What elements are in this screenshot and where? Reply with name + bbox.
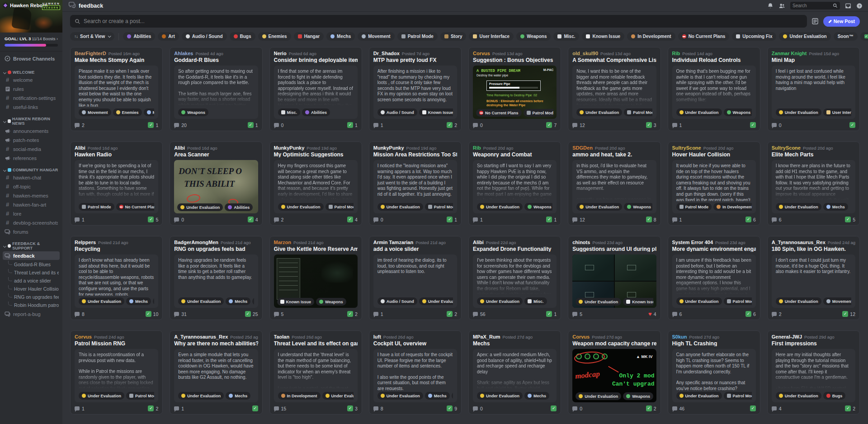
- reaction-check[interactable]: ✓2: [447, 311, 457, 317]
- post-author[interactable]: MunkyPunky: [373, 145, 404, 151]
- post-author[interactable]: S0kun: [672, 334, 687, 339]
- post-card[interactable]: MunkyPunkyPosted 19d agoMission Area Res…: [369, 141, 462, 226]
- sort-and-view-button[interactable]: ↑↓Sort & View: [70, 32, 114, 41]
- reaction-check[interactable]: ✓: [252, 405, 258, 411]
- post-author[interactable]: Ahlakes: [174, 51, 193, 56]
- post-card[interactable]: MunkyPunkyPosted 19d agoMy Optimistic Su…: [269, 141, 362, 226]
- post-card[interactable]: TaolanPosted 26d agoThreat Level and its…: [269, 330, 362, 415]
- post-card[interactable]: Zanmar KnightPosted 15d agoMini MapI fee…: [767, 47, 860, 131]
- top-search-input[interactable]: Search: [790, 2, 840, 9]
- reaction-check[interactable]: ✓8: [646, 217, 656, 222]
- post-author[interactable]: Nerio: [274, 51, 287, 56]
- reaction-check[interactable]: ✓2: [148, 405, 158, 411]
- filter-pill-movement[interactable]: Movement: [358, 32, 394, 41]
- reaction-check[interactable]: ✓1: [248, 122, 258, 128]
- post-author[interactable]: Rib: [473, 145, 481, 151]
- post-card[interactable]: CorvusPosted 13d agoSuggestion : Bonus O…: [468, 47, 561, 131]
- post-card[interactable]: SultrySconePosted 20d agoHover Hauler Co…: [668, 141, 760, 226]
- post-author[interactable]: Alibi: [473, 240, 484, 245]
- channel-patch-notes[interactable]: patch-notes: [3, 136, 60, 144]
- browse-channels-button[interactable]: Browse Channels: [0, 52, 62, 65]
- filter-pill-story[interactable]: Story: [440, 32, 467, 41]
- reaction-check[interactable]: ✓: [750, 405, 756, 411]
- reaction-check[interactable]: ✓1: [347, 122, 358, 128]
- post-card[interactable]: General-JWJPosted 29d agoFirst impressio…: [767, 330, 860, 415]
- view-options-button[interactable]: [811, 18, 819, 25]
- post-author[interactable]: Alibi: [75, 145, 85, 151]
- filter-pill-soon[interactable]: Soon™: [834, 32, 858, 41]
- post-author[interactable]: SultryScone: [672, 145, 701, 151]
- post-author[interactable]: Corvus: [75, 334, 92, 339]
- channel-hawken-fan-art[interactable]: #hawken-fan-art: [3, 200, 60, 209]
- new-post-button[interactable]: New Post: [823, 16, 860, 27]
- reaction-check[interactable]: ✓5: [845, 217, 855, 222]
- channel-hawken-chat[interactable]: #hawken-chat: [3, 173, 60, 182]
- filter-pill-done[interactable]: ✓Done: [860, 32, 868, 41]
- filter-pill-audio-sound[interactable]: Audio / Sound: [182, 32, 227, 41]
- post-card[interactable]: RelppersPosted 21d agoRecyclingI don't k…: [70, 236, 163, 320]
- filter-pill-art[interactable]: Art: [158, 32, 179, 41]
- section-header-hawken-reborn-news[interactable]: HAWKEN REBORN NEWS: [4, 117, 59, 126]
- post-card[interactable]: CorvusPosted 27d agoWeapon mod capacity …: [568, 330, 660, 415]
- post-card[interactable]: MarzonPosted 21d agoGive the Kettle More…: [269, 236, 362, 320]
- post-author[interactable]: Corvus: [572, 334, 590, 339]
- reaction-check[interactable]: ✓2: [447, 122, 457, 128]
- reaction-check[interactable]: ✓: [750, 122, 756, 128]
- post-card[interactable]: AhlakesPosted 4d agoGoddard-R BluesSo af…: [170, 47, 262, 131]
- channel-notification-settings[interactable]: #notification-settings: [3, 94, 60, 102]
- filter-pill-abilities[interactable]: Abilities: [123, 32, 155, 41]
- post-card[interactable]: NerioPosted 6d agoConsider brining deplo…: [269, 47, 362, 131]
- reaction-check[interactable]: ✓25: [245, 311, 258, 317]
- post-card[interactable]: RibPosted 20d agoWeaponry and CombatSo s…: [468, 141, 561, 226]
- post-card[interactable]: AlibiPosted 16d agoHawken RadioIf we're …: [70, 141, 163, 226]
- post-author[interactable]: Corvus: [473, 51, 490, 56]
- post-card[interactable]: S0kunPosted 27d agoHigh TL CrashingCan a…: [668, 330, 760, 415]
- reaction-check[interactable]: ✓2: [845, 405, 855, 411]
- channel-report-a-bug[interactable]: report-a-bug: [3, 310, 60, 318]
- channel-announcements[interactable]: announcements: [3, 127, 60, 135]
- post-card[interactable]: chinotsPosted 23d agoSuggestions around …: [568, 236, 660, 320]
- filter-pill-enemies[interactable]: Enemies: [258, 32, 291, 41]
- post-card[interactable]: A_Tyrannosaurus_RexPosted 24d ago180 Spi…: [767, 236, 860, 320]
- reaction-check[interactable]: ✓10: [146, 311, 159, 317]
- post-card[interactable]: CorvusPosted 24d agoPatrol Mission RNGTh…: [70, 330, 163, 415]
- post-author[interactable]: A_Tyrannosaurus_Rex: [174, 334, 228, 339]
- section-header-welcome[interactable]: WELCOME: [4, 70, 59, 75]
- reaction-check[interactable]: ✓5: [148, 217, 158, 222]
- reaction-check[interactable]: ✓1: [546, 217, 557, 222]
- channel-useful-links[interactable]: #useful-links: [3, 103, 60, 111]
- channel-lore[interactable]: #lore: [3, 209, 60, 218]
- reaction-check[interactable]: ✓7: [546, 122, 557, 128]
- reaction-check[interactable]: ✓12: [842, 311, 855, 317]
- post-card[interactable]: System Error 404Posted 23d agoMore dynam…: [668, 236, 760, 320]
- post-author[interactable]: BearFighterD: [75, 51, 106, 56]
- post-author[interactable]: MPaX_Rum: [473, 334, 500, 339]
- filter-pill-patrol-mode[interactable]: Patrol Mode: [397, 32, 438, 41]
- filter-pill-under-evaluation[interactable]: Under Evaluation: [779, 32, 830, 41]
- member-list-button[interactable]: [778, 3, 785, 9]
- server-header[interactable]: Hawken Reborn: [3, 3, 47, 8]
- post-search-input[interactable]: Search or create a post...: [70, 15, 807, 28]
- channel-rules[interactable]: rules: [3, 85, 60, 93]
- post-card[interactable]: Dr_ShadoxPosted 7d agoMTP have pretty lo…: [369, 47, 462, 131]
- post-author[interactable]: Taolan: [274, 334, 290, 339]
- channel-references[interactable]: references: [3, 154, 60, 162]
- post-card[interactable]: SDGDenPosted 20d agoammo and heat, take …: [568, 141, 660, 226]
- reaction-check[interactable]: ✓6: [745, 311, 756, 317]
- post-author[interactable]: Alibi: [174, 145, 185, 151]
- reaction-check[interactable]: ✓9: [447, 405, 457, 411]
- post-author[interactable]: MunkyPunky: [274, 145, 305, 151]
- thread-threat-level-and-its-effe[interactable]: Threat Level and its effe...: [8, 269, 60, 277]
- reaction-check[interactable]: ✓1: [447, 217, 457, 222]
- post-card[interactable]: BadgerAmongMenPosted 21d agoRNG on upgra…: [170, 236, 262, 320]
- post-author[interactable]: Armin Tamzarian: [373, 240, 413, 245]
- post-author[interactable]: old_skul90: [572, 51, 598, 56]
- post-author[interactable]: SultryScone: [772, 145, 801, 151]
- post-author[interactable]: SDGDen: [572, 145, 593, 151]
- post-author[interactable]: BadgerAmongMen: [174, 240, 218, 245]
- reaction-check[interactable]: ✓4: [347, 217, 358, 222]
- post-card[interactable]: A_Tyrannosaurus_RexPosted 25d agoWhy are…: [170, 330, 262, 415]
- reaction-check[interactable]: ✓6: [745, 217, 756, 222]
- post-author[interactable]: Dr_Shadox: [373, 51, 400, 56]
- channel-feedback[interactable]: feedback: [3, 251, 60, 260]
